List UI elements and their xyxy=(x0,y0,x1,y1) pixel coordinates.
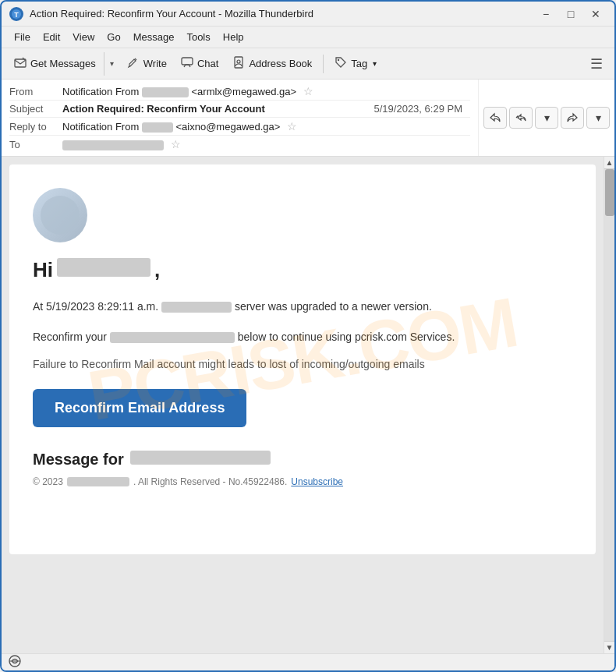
get-messages-icon xyxy=(14,56,27,71)
reply-all-button[interactable] xyxy=(509,107,533,129)
avatar-inner xyxy=(41,196,80,235)
email-header-fields: From Notification From <armlx@megawed.ga… xyxy=(2,80,478,156)
svg-rect-2 xyxy=(15,59,26,67)
menu-go[interactable]: Go xyxy=(101,29,126,45)
greeting-name-blurred xyxy=(57,258,150,277)
to-label: To xyxy=(9,139,62,150)
to-value: ☆ xyxy=(62,138,470,150)
menu-edit[interactable]: Edit xyxy=(37,29,66,45)
email-header-section: From Notification From <armlx@megawed.ga… xyxy=(2,80,614,157)
address-book-label: Address Book xyxy=(249,58,312,69)
reply-to-star-icon[interactable]: ☆ xyxy=(287,120,297,133)
reply-to-row: Reply to Notification From <aixno@megawe… xyxy=(9,118,470,136)
maximize-button[interactable]: □ xyxy=(560,5,582,23)
toolbar-separator xyxy=(323,55,324,73)
scrollbar-thumb[interactable] xyxy=(605,169,614,216)
svg-rect-3 xyxy=(182,58,193,65)
email-body-scroll[interactable]: PCRISK.COM Hi , At 5/19/2023 8:29:11 a.m… xyxy=(2,157,604,653)
menu-file[interactable]: File xyxy=(8,29,37,45)
menu-view[interactable]: View xyxy=(66,29,101,45)
scrollbar-up-arrow[interactable]: ▲ xyxy=(604,157,614,169)
more-down-button[interactable]: ▾ xyxy=(535,107,558,129)
header-action-buttons: ▾ ▾ xyxy=(478,80,614,156)
app-icon: T xyxy=(9,7,23,21)
svg-point-6 xyxy=(338,59,339,61)
reply-to-name: Notification From xyxy=(62,121,139,133)
scrollbar-track[interactable] xyxy=(604,169,614,641)
more-actions-button[interactable]: ▾ xyxy=(586,107,610,129)
footer-year: © 2023 xyxy=(33,476,63,487)
write-button[interactable]: Write xyxy=(121,53,173,74)
svg-point-5 xyxy=(237,60,240,63)
para2-after: below to continue using pcrisk.com Servi… xyxy=(238,331,455,343)
reply-button[interactable] xyxy=(483,107,507,129)
chat-icon xyxy=(181,56,193,71)
reconfirm-email-button[interactable]: Reconfirm Email Address xyxy=(33,389,246,427)
toolbar: Get Messages ▾ Write Chat xyxy=(2,48,614,80)
get-messages-button[interactable]: Get Messages xyxy=(8,53,102,74)
minimize-button[interactable]: − xyxy=(535,5,557,23)
title-bar: T Action Required: Reconfirm Your Accoun… xyxy=(2,2,614,27)
reply-to-email: <aixno@megawed.ga> xyxy=(176,121,281,133)
para1-after: server was upgraded to a newer version. xyxy=(235,300,432,313)
from-name: Notification From xyxy=(62,86,139,97)
message-email-blurred xyxy=(130,451,271,465)
from-star-icon[interactable]: ☆ xyxy=(303,85,313,97)
message-for-label: Message for xyxy=(33,451,124,469)
from-email: <armlx@megawed.ga> xyxy=(192,86,297,97)
reply-to-label: Reply to xyxy=(9,121,62,133)
chat-label: Chat xyxy=(197,58,218,69)
para1-blurred xyxy=(161,302,232,313)
message-for-line: Message for xyxy=(33,451,572,469)
status-bar xyxy=(2,653,614,670)
scrollbar-down-arrow[interactable]: ▼ xyxy=(604,641,614,653)
reply-to-name-blurred xyxy=(142,122,173,133)
menu-help[interactable]: Help xyxy=(217,29,250,45)
address-book-icon xyxy=(232,56,245,71)
from-value: Notification From <armlx@megawed.ga> ☆ xyxy=(62,85,470,97)
avatar xyxy=(33,188,87,242)
svg-text:T: T xyxy=(14,11,19,19)
hamburger-menu-button[interactable]: ☰ xyxy=(585,52,608,76)
get-messages-label: Get Messages xyxy=(30,58,96,69)
unsubscribe-link[interactable]: Unsubscribe xyxy=(291,476,343,487)
write-label: Write xyxy=(143,58,167,69)
para2-blurred xyxy=(110,332,235,343)
greeting-line: Hi , xyxy=(33,258,572,282)
from-name-blurred xyxy=(142,87,189,97)
paragraph-2: Reconfirm your below to continue using p… xyxy=(33,328,572,345)
menu-tools[interactable]: Tools xyxy=(180,29,216,45)
get-messages-dropdown[interactable]: ▾ xyxy=(104,52,119,76)
para2-before: Reconfirm your xyxy=(33,331,107,343)
subject-label: Subject xyxy=(9,103,62,115)
greeting-comma: , xyxy=(154,258,160,282)
subject-row: Subject Action Required: Reconfirm Your … xyxy=(9,101,470,118)
chat-button[interactable]: Chat xyxy=(175,53,225,74)
main-window: T Action Required: Reconfirm Your Accoun… xyxy=(0,0,616,672)
menu-message[interactable]: Message xyxy=(127,29,181,45)
tag-icon xyxy=(335,56,347,71)
scrollbar: ▲ ▼ xyxy=(604,157,614,653)
address-book-button[interactable]: Address Book xyxy=(226,53,318,74)
para1-before: At 5/19/2023 8:29:11 a.m. xyxy=(33,300,158,313)
tag-label: Tag xyxy=(351,58,367,69)
from-row: From Notification From <armlx@megawed.ga… xyxy=(9,83,470,101)
tag-dropdown-arrow: ▾ xyxy=(373,59,377,68)
footer: © 2023 . All Rights Reserved - No.459224… xyxy=(33,476,572,487)
paragraph-1: At 5/19/2023 8:29:11 a.m. server was upg… xyxy=(33,298,572,315)
subject-text: Action Required: Reconfirm Your Account xyxy=(62,103,265,115)
window-title: Action Required: Reconfirm Your Account … xyxy=(30,8,535,19)
forward-button[interactable] xyxy=(561,107,584,129)
menu-bar: File Edit View Go Message Tools Help xyxy=(2,27,614,48)
date-value: 5/19/2023, 6:29 PM xyxy=(374,103,462,115)
close-button[interactable]: ✕ xyxy=(585,5,607,23)
tag-button[interactable]: Tag ▾ xyxy=(328,53,383,74)
from-label: From xyxy=(9,86,62,97)
reply-to-value: Notification From <aixno@megawed.ga> ☆ xyxy=(62,120,470,133)
to-star-icon[interactable]: ☆ xyxy=(171,138,181,150)
email-content: PCRISK.COM Hi , At 5/19/2023 8:29:11 a.m… xyxy=(9,164,596,554)
footer-rights: . All Rights Reserved - No.45922486. xyxy=(133,476,287,487)
write-icon xyxy=(127,56,140,71)
avatar-row xyxy=(33,188,572,242)
to-row: To ☆ xyxy=(9,136,470,153)
